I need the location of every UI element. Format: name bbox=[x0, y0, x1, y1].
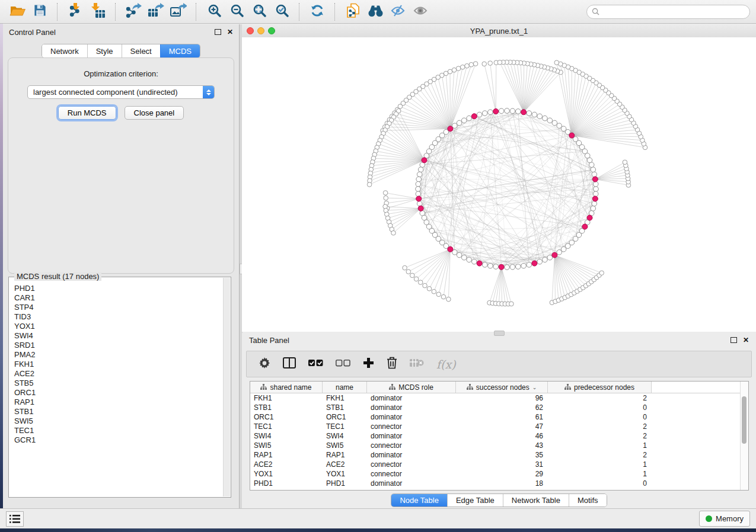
find-button[interactable] bbox=[364, 2, 387, 22]
cell[interactable]: connector bbox=[367, 460, 456, 469]
table-row[interactable]: TEC1TEC1connector472 bbox=[250, 422, 748, 431]
cell[interactable]: 1 bbox=[548, 441, 652, 450]
cell[interactable]: dominator bbox=[367, 479, 456, 488]
cell[interactable]: ACE2 bbox=[250, 460, 323, 469]
tab-mcds[interactable]: MCDS bbox=[160, 44, 200, 57]
table-row[interactable]: STB1STB1dominator620 bbox=[250, 403, 748, 412]
cell[interactable]: 96 bbox=[456, 393, 548, 403]
tab-node-table[interactable]: Node Table bbox=[391, 494, 447, 507]
table-scroll-thumb[interactable] bbox=[742, 396, 747, 444]
result-item[interactable]: ACE2 bbox=[9, 369, 223, 379]
result-item[interactable]: CAR1 bbox=[9, 293, 223, 303]
task-history-button[interactable] bbox=[6, 511, 24, 527]
cell[interactable]: dominator bbox=[367, 403, 456, 412]
network-canvas[interactable] bbox=[242, 37, 756, 332]
result-item[interactable]: PHD1 bbox=[9, 284, 223, 293]
zoom-selected-button[interactable] bbox=[270, 2, 293, 22]
cell[interactable]: 0 bbox=[548, 403, 652, 412]
result-item[interactable]: TEC1 bbox=[9, 426, 223, 435]
result-item[interactable]: SWI5 bbox=[9, 416, 223, 426]
table-row[interactable]: YOX1YOX1connector291 bbox=[250, 469, 748, 479]
result-item[interactable]: STB5 bbox=[9, 379, 223, 388]
zoom-out-button[interactable] bbox=[225, 2, 248, 22]
result-item[interactable]: RAP1 bbox=[9, 398, 223, 407]
cell[interactable]: PHD1 bbox=[323, 479, 367, 488]
tab-network[interactable]: Network bbox=[42, 44, 87, 57]
cell[interactable]: YOX1 bbox=[323, 469, 367, 479]
cell[interactable]: ACE2 bbox=[323, 460, 367, 469]
export-image-button[interactable] bbox=[167, 2, 190, 22]
result-item[interactable]: PMA2 bbox=[9, 350, 223, 360]
cell[interactable]: connector bbox=[367, 469, 456, 479]
float-window-icon[interactable] bbox=[215, 29, 221, 35]
criterion-select[interactable]: largest connected component (undirected) bbox=[27, 85, 215, 99]
save-button[interactable] bbox=[28, 2, 51, 22]
export-network-button[interactable] bbox=[122, 2, 145, 22]
cell[interactable]: 18 bbox=[456, 479, 548, 488]
preview-button[interactable] bbox=[409, 2, 432, 22]
cell[interactable]: FKH1 bbox=[323, 393, 367, 403]
table-row[interactable]: ACE2ACE2connector311 bbox=[250, 460, 748, 469]
cell[interactable]: ORC1 bbox=[323, 412, 367, 422]
cell[interactable]: SWI5 bbox=[250, 441, 323, 450]
tab-network-table[interactable]: Network Table bbox=[503, 494, 569, 507]
column-header-predecessor-nodes[interactable]: predecessor nodes bbox=[548, 382, 652, 393]
cell[interactable]: 2 bbox=[548, 422, 652, 431]
tab-style[interactable]: Style bbox=[87, 44, 122, 57]
close-panel-button[interactable]: Close panel bbox=[125, 106, 184, 120]
cell[interactable]: 2 bbox=[548, 393, 652, 403]
select-all-button[interactable] bbox=[308, 359, 323, 370]
import-table-button[interactable] bbox=[87, 2, 109, 22]
clone-network-button[interactable] bbox=[342, 2, 364, 22]
cell[interactable]: 62 bbox=[456, 403, 548, 412]
table-float-icon[interactable] bbox=[731, 337, 737, 343]
cell[interactable]: dominator bbox=[367, 393, 456, 403]
cell[interactable]: dominator bbox=[367, 412, 456, 422]
cell[interactable]: 35 bbox=[456, 450, 548, 460]
column-header-successor-nodes[interactable]: successor nodes⌄ bbox=[456, 382, 548, 393]
table-row[interactable]: SWI5SWI5connector431 bbox=[250, 441, 748, 450]
cell[interactable]: 2 bbox=[548, 431, 652, 441]
result-item[interactable]: GCR1 bbox=[9, 435, 223, 445]
result-item[interactable]: FKH1 bbox=[9, 360, 223, 369]
cell[interactable]: dominator bbox=[367, 431, 456, 441]
deselect-all-button[interactable] bbox=[336, 359, 350, 370]
cell[interactable]: RAP1 bbox=[323, 450, 367, 460]
result-item[interactable]: SWI4 bbox=[9, 331, 223, 341]
import-network-button[interactable] bbox=[64, 2, 87, 22]
cell[interactable]: YOX1 bbox=[250, 469, 323, 479]
result-item[interactable]: STP4 bbox=[9, 303, 223, 312]
column-header-shared-name[interactable]: shared name bbox=[250, 382, 323, 393]
cell[interactable]: PHD1 bbox=[250, 479, 323, 488]
result-item[interactable]: TID3 bbox=[9, 312, 223, 322]
table-row[interactable]: SWI4SWI4dominator462 bbox=[250, 431, 748, 441]
settings-button[interactable] bbox=[259, 357, 270, 371]
cell[interactable]: connector bbox=[367, 422, 456, 431]
result-item[interactable]: YOX1 bbox=[9, 322, 223, 331]
refresh-button[interactable] bbox=[306, 2, 328, 22]
cell[interactable]: STB1 bbox=[250, 403, 323, 412]
cell[interactable]: 46 bbox=[456, 431, 548, 441]
cell[interactable]: 47 bbox=[456, 422, 548, 431]
delete-row-button[interactable] bbox=[387, 357, 397, 371]
cell[interactable]: FKH1 bbox=[250, 393, 323, 403]
cell[interactable]: STB1 bbox=[323, 403, 367, 412]
cell[interactable]: SWI4 bbox=[250, 431, 323, 441]
cell[interactable]: dominator bbox=[367, 450, 456, 460]
horizontal-splitter-grip[interactable] bbox=[494, 331, 505, 336]
table-row[interactable]: FKH1FKH1dominator962 bbox=[250, 393, 748, 403]
column-header-MCDS-role[interactable]: MCDS role bbox=[367, 382, 456, 393]
zoom-fit-button[interactable] bbox=[248, 2, 270, 22]
cell[interactable]: connector bbox=[367, 441, 456, 450]
table-close-icon[interactable]: ✕ bbox=[743, 336, 749, 344]
tab-motifs[interactable]: Motifs bbox=[569, 494, 607, 507]
result-scrollbar[interactable] bbox=[223, 278, 230, 496]
search-input[interactable] bbox=[602, 7, 745, 17]
cell[interactable]: RAP1 bbox=[250, 450, 323, 460]
cell[interactable]: 1 bbox=[548, 460, 652, 469]
show-hide-details-button[interactable] bbox=[387, 2, 409, 22]
export-table-button[interactable] bbox=[145, 2, 167, 22]
result-item[interactable]: STB1 bbox=[9, 407, 223, 416]
table-scrollbar[interactable] bbox=[740, 382, 748, 490]
cell[interactable]: 31 bbox=[456, 460, 548, 469]
